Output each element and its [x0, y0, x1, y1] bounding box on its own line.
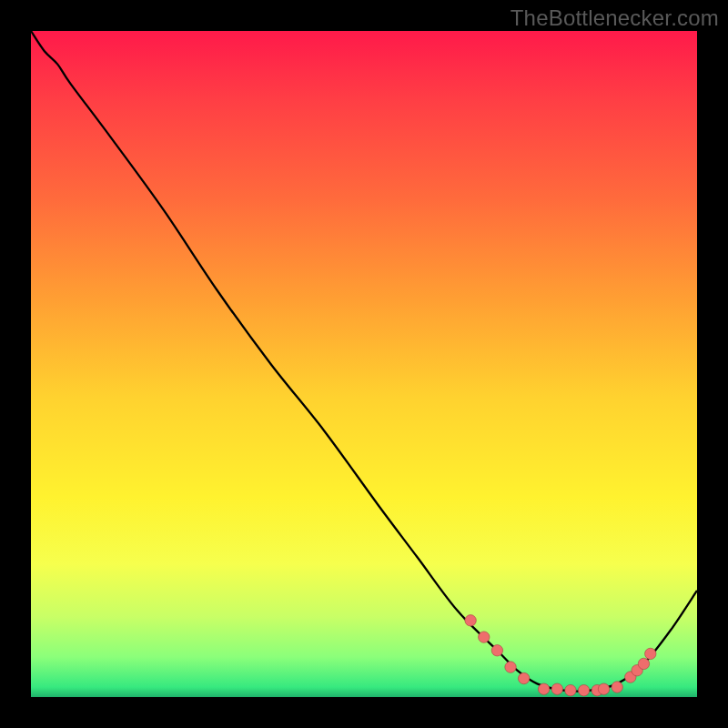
data-marker — [598, 683, 609, 694]
gradient-background — [31, 31, 697, 697]
data-marker — [538, 683, 549, 694]
data-marker — [551, 683, 562, 694]
data-marker — [565, 684, 576, 695]
data-marker — [505, 662, 516, 672]
chart-frame: TheBottlenecker.com — [0, 0, 728, 728]
data-marker — [578, 684, 589, 695]
plot-area — [31, 31, 697, 697]
data-marker — [491, 645, 502, 656]
data-marker — [612, 682, 622, 693]
data-marker — [518, 672, 529, 683]
data-marker — [645, 648, 656, 659]
chart-svg — [31, 31, 697, 697]
data-marker — [638, 658, 649, 669]
data-marker — [479, 632, 490, 642]
data-marker — [465, 615, 476, 626]
watermark-text: TheBottlenecker.com — [511, 5, 719, 31]
